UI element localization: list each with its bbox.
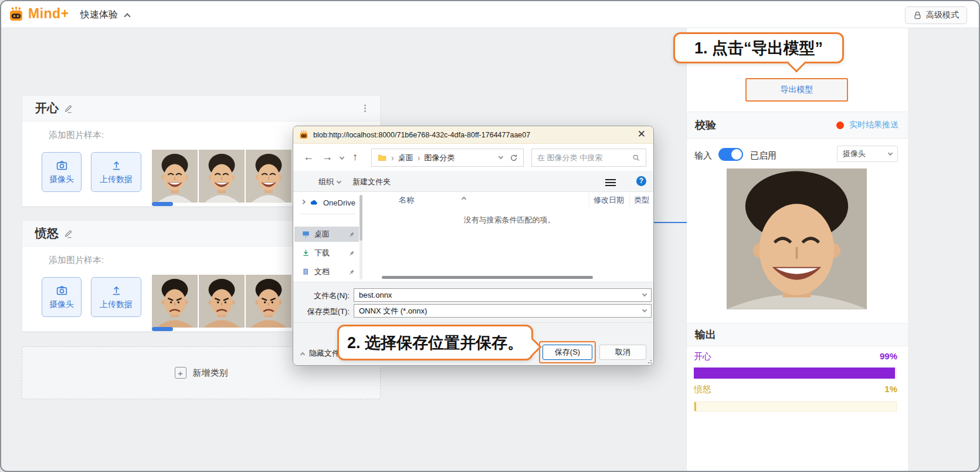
filename-input[interactable]: best.onnx	[354, 288, 652, 302]
output-label: 开心	[694, 351, 711, 362]
chevron-down-icon	[337, 178, 341, 183]
validate-section-header: 校验 实时结果推送	[687, 112, 908, 139]
app-window: Mind+ 快速体验 高级模式 开心 添加图片样本:	[0, 0, 980, 472]
chevron-up-icon	[300, 352, 305, 357]
callout-step1: 1. 点击“导出模型”	[673, 32, 844, 63]
column-header-type[interactable]: 类型	[634, 195, 649, 205]
add-sample-label: 添加图片样本:	[49, 255, 104, 266]
dialog-nav-bar: ← → ↑ › 桌面 › 图像分类	[293, 144, 653, 171]
sidebar-item-label: OneDrive	[323, 198, 355, 207]
sample-image[interactable]	[246, 275, 291, 328]
add-category-label: 新增类别	[193, 368, 228, 379]
sidebar-item-documents[interactable]: 文档	[294, 264, 359, 279]
back-icon[interactable]: ←	[303, 151, 314, 164]
chevron-up-icon	[124, 13, 130, 19]
camera-icon	[56, 284, 68, 296]
kebab-menu-icon[interactable]	[364, 103, 366, 113]
upload-button[interactable]: 上传数据	[91, 277, 141, 317]
sample-progress-indicator	[152, 202, 173, 206]
chevron-down-icon	[888, 150, 893, 155]
resize-grip[interactable]	[645, 357, 652, 364]
recent-locations-icon[interactable]	[340, 155, 344, 160]
mode-switcher[interactable]: 快速体验	[80, 9, 130, 21]
live-dot-icon	[836, 122, 844, 129]
sample-image[interactable]	[152, 275, 198, 328]
cancel-button[interactable]: 取消	[599, 345, 646, 360]
camera-button-label: 摄像头	[49, 299, 74, 310]
input-source-value: 摄像头	[843, 149, 866, 159]
sidebar-item-desktop[interactable]: 桌面	[294, 227, 359, 242]
sidebar-divider	[299, 214, 355, 214]
preview-panel: 导出模型 校验 实时结果推送 输入 已启用 摄像头 输出 开心 99% 愤怒	[686, 28, 908, 471]
breadcrumb-folder[interactable]: 图像分类	[424, 153, 455, 163]
expand-icon[interactable]	[301, 199, 306, 204]
input-source-select[interactable]: 摄像头	[837, 146, 898, 162]
category-name: 愤怒	[35, 225, 59, 241]
output-percent: 1%	[884, 384, 897, 395]
forward-icon[interactable]: →	[322, 151, 333, 164]
organize-menu[interactable]: 组织	[318, 177, 341, 187]
search-icon	[632, 154, 640, 162]
sample-image[interactable]	[199, 150, 245, 203]
pin-icon	[349, 269, 355, 275]
breadcrumb-separator: ›	[418, 153, 421, 163]
sidebar-scrollbar[interactable]	[360, 195, 362, 279]
dialog-toolbar: 组织 新建文件夹 ?	[293, 171, 653, 192]
sidebar-item-label: 文档	[314, 267, 330, 277]
save-button[interactable]: 保存(S)	[542, 345, 592, 360]
advanced-mode-button[interactable]: 高级模式	[905, 6, 967, 24]
filetype-select[interactable]: ONNX 文件 (*.onnx)	[354, 304, 652, 318]
upload-button-label: 上传数据	[100, 299, 133, 310]
filename-value: best.onnx	[359, 291, 392, 299]
plus-icon: +	[175, 367, 186, 379]
pencil-icon[interactable]	[64, 229, 73, 238]
output-percent: 99%	[880, 351, 897, 362]
camera-button[interactable]: 摄像头	[42, 277, 82, 317]
sidebar-item-onedrive[interactable]: OneDrive	[294, 195, 359, 210]
live-push-control[interactable]: 实时结果推送	[836, 120, 898, 130]
sample-image[interactable]	[199, 275, 245, 328]
output-bar-fill	[694, 368, 895, 379]
address-dropdown-icon[interactable]	[499, 154, 503, 159]
output-section-header: 输出	[687, 323, 908, 346]
address-bar[interactable]: › 桌面 › 图像分类	[371, 149, 524, 167]
download-icon	[301, 249, 310, 257]
chevron-down-icon[interactable]	[642, 308, 647, 312]
pin-icon	[349, 250, 355, 256]
sample-image[interactable]	[152, 150, 198, 203]
callout-step2-text: 2. 选择保存位置并保存。	[347, 332, 523, 353]
footer-divider	[293, 322, 653, 323]
sample-image[interactable]	[246, 150, 291, 203]
dialog-title-bar[interactable]: blob:http://localhost:8000/71b6e768-432c…	[293, 126, 653, 144]
column-header-name[interactable]: 名称	[399, 195, 414, 205]
pin-icon	[349, 231, 355, 237]
output-bar-angry	[694, 402, 897, 412]
live-push-label: 实时结果推送	[849, 120, 898, 130]
new-folder-button[interactable]: 新建文件夹	[352, 177, 391, 187]
desktop-icon	[301, 230, 310, 238]
sidebar-item-downloads[interactable]: 下载	[294, 245, 359, 261]
list-view-icon[interactable]	[605, 177, 616, 188]
search-input[interactable]: 在 图像分类 中搜索	[531, 149, 646, 167]
input-toggle[interactable]	[718, 148, 743, 161]
horizontal-scrollbar[interactable]	[382, 276, 593, 279]
document-icon	[301, 268, 310, 276]
pencil-icon[interactable]	[64, 104, 73, 113]
camera-button-label: 摄像头	[49, 174, 74, 185]
chevron-down-icon[interactable]	[642, 292, 647, 296]
column-divider	[589, 194, 589, 207]
up-icon[interactable]: ↑	[352, 151, 358, 164]
sidebar-item-label: 下载	[314, 248, 330, 258]
output-bar-happy	[694, 368, 897, 379]
empty-results-message: 没有与搜索条件匹配的项。	[366, 215, 653, 225]
upload-button[interactable]: 上传数据	[91, 152, 141, 192]
column-header-date[interactable]: 修改日期	[594, 195, 624, 205]
help-icon[interactable]: ?	[636, 176, 646, 186]
camera-button[interactable]: 摄像头	[42, 152, 82, 192]
advanced-mode-label: 高级模式	[926, 10, 959, 21]
refresh-icon[interactable]	[510, 154, 518, 162]
close-icon[interactable]: ✕	[637, 128, 646, 140]
export-model-button[interactable]: 导出模型	[745, 78, 848, 102]
breadcrumb-desktop[interactable]: 桌面	[398, 153, 413, 163]
filetype-value: ONNX 文件 (*.onnx)	[359, 306, 427, 316]
